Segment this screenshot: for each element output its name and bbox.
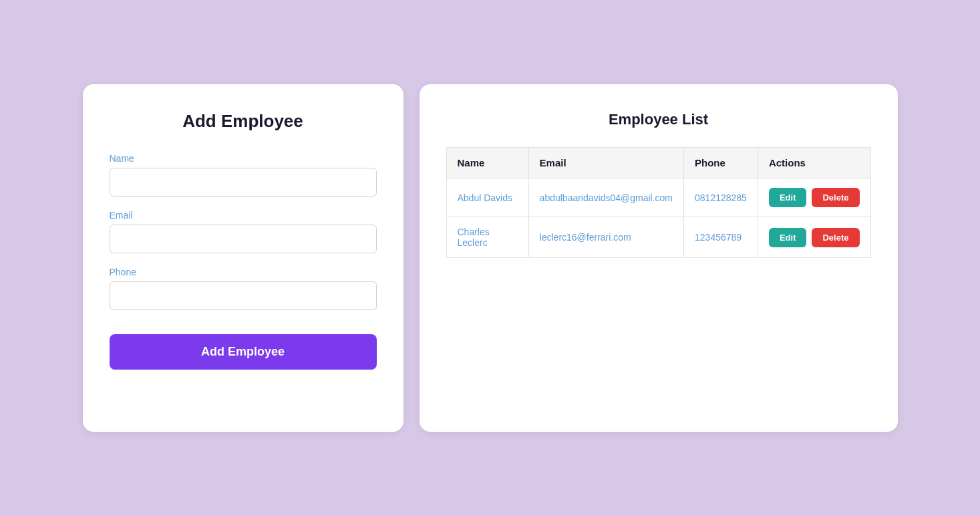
table-header-row: Name Email Phone Actions <box>446 148 870 178</box>
employee-email-1: leclerc16@ferrari.com <box>528 217 683 258</box>
table-row: Abdul Davids abdulbaaridavids04@gmail.co… <box>446 178 870 217</box>
phone-input[interactable] <box>110 281 377 310</box>
edit-button-1[interactable]: Edit <box>769 228 807 247</box>
name-label: Name <box>110 153 377 164</box>
employee-name-1: Charles Leclerc <box>446 217 528 258</box>
col-header-email: Email <box>528 148 683 178</box>
action-cell-0: Edit Delete <box>769 188 860 207</box>
col-header-name: Name <box>446 148 528 178</box>
email-input[interactable] <box>110 225 377 253</box>
main-container: Add Employee Name Email Phone Add Employ… <box>56 57 925 459</box>
name-field-group: Name <box>110 153 377 197</box>
employee-email-0: abdulbaaridavids04@gmail.com <box>528 178 683 217</box>
delete-button-0[interactable]: Delete <box>812 188 859 207</box>
add-employee-button[interactable]: Add Employee <box>110 334 377 370</box>
email-label: Email <box>110 210 377 221</box>
phone-label: Phone <box>110 267 377 277</box>
employee-actions-0: Edit Delete <box>758 178 870 217</box>
form-title: Add Employee <box>110 111 377 132</box>
email-field-group: Email <box>110 210 377 253</box>
col-header-phone: Phone <box>684 148 758 178</box>
employee-list-card: Employee List Name Email Phone Actions A… <box>420 84 898 432</box>
name-input[interactable] <box>110 168 377 197</box>
edit-button-0[interactable]: Edit <box>769 188 807 207</box>
phone-field-group: Phone <box>110 267 377 310</box>
action-cell-1: Edit Delete <box>769 228 860 247</box>
col-header-actions: Actions <box>758 148 870 178</box>
list-title: Employee List <box>446 111 871 128</box>
employee-phone-0: 0812128285 <box>684 178 758 217</box>
employee-name-0: Abdul Davids <box>446 178 528 217</box>
add-employee-card: Add Employee Name Email Phone Add Employ… <box>83 84 403 432</box>
delete-button-1[interactable]: Delete <box>812 228 859 247</box>
employee-table: Name Email Phone Actions Abdul Davids ab… <box>446 147 871 258</box>
table-row: Charles Leclerc leclerc16@ferrari.com 12… <box>446 217 870 258</box>
employee-phone-1: 123456789 <box>684 217 758 258</box>
employee-actions-1: Edit Delete <box>758 217 870 258</box>
